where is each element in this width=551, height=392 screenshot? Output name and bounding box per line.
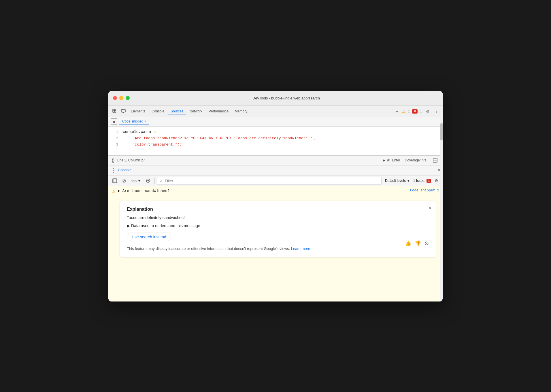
disclaimer-text: This feature may display inaccurate or o… bbox=[127, 246, 310, 251]
learn-more-link[interactable]: Learn more bbox=[291, 246, 310, 251]
status-right: ▶ ⌘+Enter Coverage: n/a bbox=[383, 156, 439, 164]
filter-input[interactable] bbox=[165, 177, 379, 184]
console-more-icon[interactable]: ⋮ bbox=[111, 167, 116, 174]
maximize-button[interactable] bbox=[126, 96, 130, 100]
tab-console[interactable]: Console bbox=[149, 108, 167, 114]
explanation-title: Explanation bbox=[127, 207, 429, 212]
line-number-3: 3 bbox=[113, 142, 118, 148]
svg-point-12 bbox=[147, 180, 149, 182]
disclaimer-main-text: This feature may display inaccurate or o… bbox=[127, 246, 290, 251]
screen-icon[interactable] bbox=[119, 107, 127, 115]
tab-elements[interactable]: Elements bbox=[128, 108, 148, 114]
default-levels-dropdown[interactable]: Default levels ▼ bbox=[383, 178, 412, 184]
filter-box: ⊿ bbox=[157, 177, 382, 185]
explanation-close-icon[interactable]: × bbox=[429, 206, 431, 211]
svg-rect-2 bbox=[114, 109, 116, 111]
code-lines: console.warn( ⚠ "Are tacos sandwiches? %… bbox=[123, 129, 443, 153]
thumbs-up-icon[interactable]: 👍 bbox=[405, 240, 411, 246]
tab-network[interactable]: Network bbox=[187, 108, 205, 114]
live-expressions-icon[interactable] bbox=[144, 177, 152, 185]
window-title: DevTools - bubble-jingle.web.app/search bbox=[134, 96, 438, 100]
warn-count: 1 bbox=[408, 109, 410, 113]
close-button[interactable] bbox=[113, 96, 117, 100]
console-close-icon[interactable]: × bbox=[438, 168, 440, 173]
console-messages: ⚠ ▶ Are tacos sandwiches? Code snippet:1… bbox=[108, 186, 443, 301]
context-dropdown[interactable]: top ▼ bbox=[129, 178, 143, 184]
data-used-row[interactable]: ▶ Data used to understand this message bbox=[127, 223, 429, 228]
more-options-icon[interactable]: ⋮ bbox=[432, 107, 440, 115]
line-number-2: 2 bbox=[113, 135, 118, 142]
drawer-icon[interactable] bbox=[431, 156, 439, 164]
tab-memory[interactable]: Memory bbox=[232, 108, 250, 114]
svg-rect-9 bbox=[113, 179, 117, 183]
levels-chevron-icon: ▼ bbox=[407, 179, 410, 182]
devtools-tab-bar: Elements Console Sources Network Perform… bbox=[108, 106, 443, 117]
warn-source-link[interactable]: Code snippet:1 bbox=[410, 189, 439, 193]
err-badge: ✕ bbox=[412, 109, 418, 114]
clear-console-icon[interactable]: ⊘ bbox=[120, 177, 128, 185]
default-levels-label: Default levels bbox=[385, 179, 406, 183]
top-label: top bbox=[131, 179, 137, 183]
code-line-3: "color:transparent;"); bbox=[123, 142, 443, 148]
warn-icon: ⚠ bbox=[402, 109, 406, 114]
issue-badge-count: 1 bbox=[427, 179, 431, 183]
console-settings-icon[interactable]: ⚙ bbox=[432, 177, 440, 185]
code-line-2-comma: , bbox=[314, 135, 316, 142]
code-line-1-text: console.warn( bbox=[123, 129, 152, 135]
code-tab-bar: ▣ Code snippet × bbox=[108, 117, 443, 127]
issue-label: 1 Issue: bbox=[413, 179, 425, 183]
disclaimer-row: This feature may display inaccurate or o… bbox=[127, 246, 429, 252]
devtools-content: ▣ Code snippet × 1 2 3 console.warn( ⚠ bbox=[108, 117, 443, 301]
issue-badge[interactable]: 1 Issue: 1 bbox=[413, 179, 431, 183]
coverage-label: Coverage: n/a bbox=[405, 158, 427, 162]
thumbs-down-icon[interactable]: 👎 bbox=[415, 240, 421, 246]
tab-performance[interactable]: Performance bbox=[206, 108, 231, 114]
warning-triangle-icon: ⚠ bbox=[112, 189, 116, 194]
explanation-card: Explanation × Tacos are definitely sandw… bbox=[120, 201, 436, 257]
svg-rect-1 bbox=[113, 111, 114, 112]
console-warn-row: ⚠ ▶ Are tacos sandwiches? Code snippet:1 bbox=[108, 186, 443, 196]
console-tab-bar: ⋮ Console × bbox=[108, 165, 443, 176]
line-numbers: 1 2 3 bbox=[108, 129, 123, 153]
title-bar: DevTools - bubble-jingle.web.app/search bbox=[108, 91, 443, 106]
code-area: 1 2 3 console.warn( ⚠ "Are tacos sandwic… bbox=[108, 127, 443, 155]
settings-gear-icon[interactable]: ⚙ bbox=[424, 107, 432, 115]
svg-rect-4 bbox=[121, 110, 125, 112]
status-bar: {} Line 3, Column 27 ▶ ⌘+Enter Coverage:… bbox=[108, 156, 443, 165]
filter-icon: ⊿ bbox=[160, 179, 163, 183]
warn-icon-inline: ⚠ bbox=[154, 129, 156, 135]
sidebar-toggle-icon[interactable]: ▣ bbox=[111, 118, 117, 125]
scrollbar-thumb[interactable] bbox=[440, 123, 443, 140]
pretty-print-icon[interactable]: {} bbox=[112, 158, 114, 163]
cursor-icon[interactable] bbox=[111, 107, 119, 115]
code-line-2: "Are tacos sandwiches? %c YOU CAN ONLY R… bbox=[123, 135, 443, 142]
scrollbar[interactable] bbox=[440, 117, 443, 301]
line-number-1: 1 bbox=[113, 129, 118, 135]
run-icon: ▶ bbox=[383, 158, 385, 162]
toolbar-divider bbox=[154, 178, 155, 184]
code-tab-close-icon[interactable]: × bbox=[144, 119, 146, 123]
code-line-2-text: "Are tacos sandwiches? %c YOU CAN ONLY R… bbox=[128, 135, 312, 142]
code-line-1: console.warn( ⚠ bbox=[123, 129, 443, 135]
run-shortcut: ⌘+Enter bbox=[386, 158, 400, 162]
use-search-button[interactable]: Use search instead bbox=[127, 233, 171, 241]
more-tabs-icon[interactable]: » bbox=[393, 107, 401, 115]
run-button[interactable]: ▶ ⌘+Enter bbox=[383, 158, 400, 162]
err-count: 1 bbox=[420, 109, 422, 113]
warn-message-text[interactable]: ▶ Are tacos sandwiches? bbox=[118, 189, 408, 193]
svg-rect-7 bbox=[433, 158, 437, 162]
data-used-text: ▶ Data used to understand this message bbox=[127, 223, 200, 228]
code-editor: ▣ Code snippet × 1 2 3 console.warn( ⚠ bbox=[108, 117, 443, 156]
console-panel: ⋮ Console × ⊘ top ▼ bbox=[108, 165, 443, 301]
flag-icon[interactable]: ⊙ bbox=[424, 240, 429, 246]
devtools-window: DevTools - bubble-jingle.web.app/search … bbox=[108, 91, 443, 301]
console-sidebar-icon[interactable] bbox=[111, 177, 119, 185]
chevron-down-icon: ▼ bbox=[138, 179, 141, 182]
console-tab-label[interactable]: Console bbox=[118, 168, 132, 173]
code-line-3-text: "color:transparent;"); bbox=[128, 142, 182, 148]
code-snippet-label: Code snippet bbox=[122, 119, 143, 123]
tab-sources[interactable]: Sources bbox=[168, 108, 186, 114]
feedback-icons: 👍 👎 ⊙ bbox=[405, 240, 429, 246]
minimize-button[interactable] bbox=[119, 96, 123, 100]
code-snippet-tab[interactable]: Code snippet × bbox=[119, 118, 149, 125]
